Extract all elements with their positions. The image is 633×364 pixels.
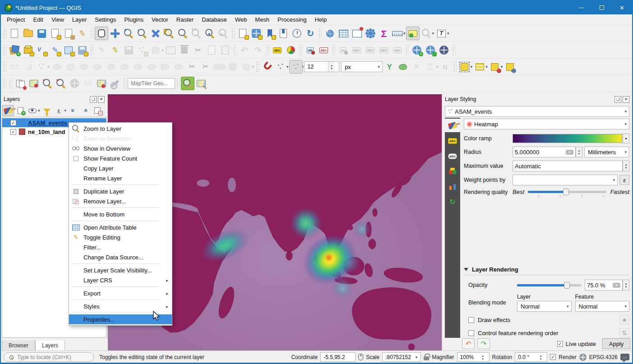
weight-expression-button[interactable]: ε — [619, 175, 629, 185]
show-layout-manager-button[interactable] — [62, 27, 75, 40]
menu-mesh[interactable]: Mesh — [251, 15, 273, 24]
rotation-spinbox[interactable]: 0.0 ° ▴▾ — [515, 352, 547, 362]
layer-blend-combo[interactable]: Normal ▾ — [517, 301, 572, 312]
toggle-editing-button[interactable]: ✎ — [108, 43, 122, 57]
feature-order-checkbox[interactable] — [468, 330, 474, 336]
feature-blend-combo[interactable]: Normal ▾ — [575, 301, 630, 312]
pin-labels-button[interactable]: ab — [304, 43, 317, 57]
layers-panel-close-button[interactable]: ✕ — [98, 96, 105, 103]
style-redo-button[interactable]: ↷ — [477, 338, 490, 349]
tab-history[interactable]: ↻ — [445, 195, 460, 209]
opacity-spinner[interactable]: ▴▾ — [623, 280, 629, 290]
minimize-button[interactable] — [571, 1, 591, 14]
data-source-manager-button[interactable]: + — [8, 43, 21, 57]
geocode-pin-button[interactable] — [27, 77, 41, 90]
deselect-all-button[interactable] — [488, 60, 502, 74]
toolbar-grip[interactable] — [452, 45, 455, 55]
new-geopackage-layer-button[interactable] — [21, 43, 35, 57]
menu-layer[interactable]: Layer — [68, 15, 91, 24]
layer-name[interactable]: ASAM_events — [28, 120, 67, 126]
filter-by-expression-button[interactable]: ε — [53, 105, 65, 116]
topological-editing-button[interactable]: Y — [383, 60, 396, 74]
snapping-mode-button[interactable] — [274, 60, 287, 74]
toolbar-grip[interactable] — [123, 78, 126, 89]
ctx-toggle-editing[interactable]: ✎Toggle Editing — [69, 232, 172, 242]
add-group-button[interactable]: + — [14, 105, 26, 116]
snapping-tolerance-button[interactable] — [289, 60, 303, 74]
opacity-slider[interactable] — [517, 284, 581, 286]
layer-checkbox[interactable]: ✓ — [10, 120, 16, 126]
toolbar-grip[interactable] — [3, 61, 6, 72]
style-undo-button[interactable]: ↶ — [462, 338, 475, 349]
toolbar-grip[interactable] — [406, 45, 409, 55]
pan-to-selection-button[interactable] — [108, 27, 122, 40]
georeferencer-button[interactable] — [95, 77, 108, 90]
radius-spinner[interactable]: ▴▾ — [576, 147, 582, 157]
text-annotation-button[interactable]: T — [434, 27, 448, 40]
save-project-button[interactable] — [35, 27, 48, 40]
menu-raster[interactable]: Raster — [172, 15, 198, 24]
scale-combo[interactable]: :80752152 ▾ — [382, 352, 421, 362]
multi-zoom-button[interactable]: •• — [54, 77, 68, 90]
clear-value-icon[interactable]: ✕ — [613, 283, 620, 288]
render-checkbox[interactable]: ✓ — [550, 354, 556, 360]
tab-diagrams[interactable] — [445, 180, 460, 194]
ctx-show-in-overview[interactable]: Show in Overview — [69, 143, 172, 153]
ctx-rename-layer[interactable]: Rename Layer — [69, 173, 172, 183]
collapse-all-button[interactable]: » — [79, 105, 91, 116]
extents-toggle-icon[interactable] — [358, 354, 363, 360]
highlight-pinned-labels-button[interactable]: abc — [317, 43, 331, 57]
coordinate-value[interactable]: -5.5,95.2 — [320, 352, 356, 362]
snapping-units-combo[interactable]: px ▾ — [341, 61, 383, 72]
tab-symbology[interactable] — [445, 119, 460, 132]
weight-points-combo[interactable]: ▾ — [513, 175, 618, 185]
layer-name[interactable]: ne_10m_land — [28, 129, 65, 135]
maximum-value-input[interactable]: Automatic — [513, 161, 623, 171]
new-virtual-layer-button[interactable] — [62, 43, 75, 57]
snapping-on-intersection-button[interactable] — [396, 60, 410, 74]
zoom-full-extent-button[interactable] — [149, 27, 162, 40]
zoom-to-point-button[interactable]: • — [41, 77, 54, 90]
menu-processing[interactable]: Processing — [273, 15, 310, 24]
show-statistics-button[interactable]: Σ — [377, 27, 391, 40]
snapping-tolerance-spinbox[interactable]: 12 ▴▾ — [304, 61, 339, 72]
select-features-button[interactable] — [458, 60, 471, 74]
style-manager-button[interactable]: ✎ — [75, 27, 89, 40]
toolbar-grip[interactable] — [453, 61, 457, 72]
toolbar-grip[interactable] — [90, 45, 93, 55]
layers-panel-float-button[interactable]: ❏ — [90, 96, 97, 103]
live-update-checkbox[interactable]: ✓ — [557, 341, 563, 347]
color-ramp-preview[interactable] — [513, 134, 622, 143]
toolbar-grip[interactable] — [332, 45, 335, 55]
toolbar-grip[interactable] — [176, 78, 180, 89]
zoom-out-button[interactable]: − — [135, 27, 149, 40]
metasearch-search-button[interactable] — [424, 43, 437, 57]
ctx-styles[interactable]: Styles ▸ — [69, 301, 172, 311]
magnifier-spinbox[interactable]: 100% ▴▾ — [457, 352, 490, 362]
styling-panel-float-button[interactable]: ❏ — [615, 96, 621, 103]
scale-lock-icon[interactable] — [424, 356, 429, 360]
styling-panel-close-button[interactable]: ✕ — [623, 96, 629, 103]
locate-search-input[interactable]: Type to locate (Ctrl+K) — [4, 352, 94, 362]
new-spatial-bookmark-button[interactable] — [263, 27, 277, 40]
select-by-location-button[interactable] — [503, 60, 517, 74]
menu-plugins[interactable]: Plugins — [120, 15, 148, 24]
temporal-controller-button[interactable] — [290, 27, 304, 40]
identify-features-button[interactable]: i — [323, 27, 337, 40]
ctx-copy-layer[interactable]: Copy Layer — [69, 163, 172, 173]
layer-diagram-button[interactable] — [284, 43, 298, 57]
maximum-spinner[interactable]: ▴▾ — [623, 161, 629, 171]
menu-settings[interactable]: Settings — [91, 15, 120, 24]
toolbar-grip[interactable] — [299, 45, 302, 55]
toolbar-grip[interactable] — [233, 45, 236, 55]
refresh-map-button[interactable]: ↻ — [304, 27, 317, 40]
open-layer-styling-panel-button[interactable] — [2, 105, 14, 116]
color-ramp-dropdown[interactable]: ▾ — [623, 134, 629, 143]
draw-effects-checkbox[interactable] — [468, 317, 474, 323]
ctx-set-scale-visibility[interactable]: Set Layer Scale Visibility... — [69, 265, 172, 275]
measure-button[interactable] — [391, 27, 404, 40]
pan-map-button[interactable] — [95, 27, 108, 40]
metasearch-add-button[interactable]: + — [410, 43, 424, 57]
radius-units-combo[interactable]: Millimeters ▾ — [584, 147, 629, 157]
toolbar-grip[interactable] — [3, 78, 6, 89]
